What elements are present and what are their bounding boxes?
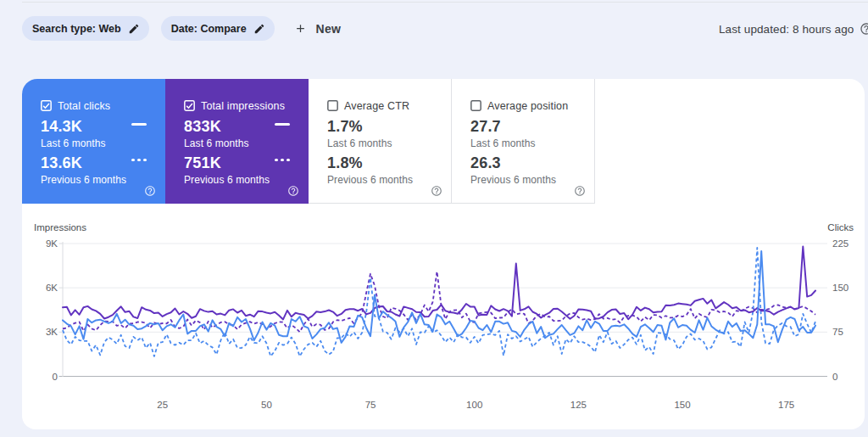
- metric-tile-average-ctr[interactable]: Average CTR 1.7% Last 6 months 1.8% Prev…: [309, 79, 452, 204]
- plus-icon: [294, 22, 307, 35]
- metric-previous-period-label: Previous 6 months: [327, 174, 413, 186]
- help-icon[interactable]: [287, 185, 299, 197]
- metric-current-value: 1.7%: [327, 117, 363, 136]
- unchecked-checkbox-icon[interactable]: [470, 100, 481, 111]
- search-type-filter-chip[interactable]: Search type: Web: [22, 16, 149, 41]
- checked-checkbox-icon[interactable]: [184, 100, 195, 111]
- metric-previous-value: 751K: [184, 154, 221, 172]
- help-icon[interactable]: [431, 185, 442, 197]
- metric-previous-period-label: Previous 6 months: [184, 174, 270, 186]
- x-axis-tick-label: 125: [559, 399, 597, 411]
- performance-panel: Total clicks 14.3K Last 6 months 13.6K P…: [22, 79, 865, 429]
- last-updated-text: Last updated: 8 hours ago: [719, 23, 854, 36]
- metric-current-value: 27.7: [470, 117, 501, 136]
- help-icon[interactable]: [574, 185, 586, 197]
- metric-previous-period-label: Previous 6 months: [470, 174, 556, 186]
- chart-line-clicks-previous: [63, 248, 815, 356]
- dotted-line-legend-icon: [131, 159, 147, 161]
- right-axis-tick-label: 0: [832, 371, 865, 383]
- right-axis-tick-label: 75: [832, 326, 865, 338]
- filter-toolbar: Search type: Web Date: Compare New: [22, 16, 341, 41]
- right-axis-tick-label: 150: [832, 282, 865, 294]
- checked-checkbox-icon[interactable]: [41, 100, 52, 111]
- x-axis-tick-label: 175: [768, 399, 805, 411]
- edit-pencil-icon: [253, 23, 265, 35]
- metric-current-value: 833K: [184, 117, 221, 136]
- metric-previous-period-label: Previous 6 months: [41, 174, 126, 186]
- metric-tile-total-clicks[interactable]: Total clicks 14.3K Last 6 months 13.6K P…: [22, 79, 165, 204]
- metric-previous-value: 26.3: [470, 154, 501, 172]
- metric-previous-value: 1.8%: [327, 154, 363, 172]
- x-axis-tick-label: 25: [144, 399, 181, 411]
- metric-previous-value: 13.6K: [41, 154, 82, 172]
- edit-pencil-icon: [128, 23, 140, 35]
- metric-current-period-label: Last 6 months: [184, 137, 249, 149]
- header-divider: [22, 2, 868, 3]
- date-filter-label: Date: Compare: [171, 23, 247, 35]
- left-axis-tick-label: 0: [22, 371, 58, 383]
- help-icon[interactable]: [860, 22, 868, 36]
- right-axis-tick-label: 225: [832, 238, 865, 249]
- left-axis-title: Impressions: [34, 221, 86, 233]
- metric-current-period-label: Last 6 months: [327, 137, 392, 149]
- solid-line-legend-icon: [275, 123, 290, 126]
- dotted-line-legend-icon: [275, 159, 290, 161]
- chart-line-impressions-current: [63, 247, 815, 320]
- x-axis-tick-label: 50: [248, 399, 285, 411]
- metric-tile-label: Average position: [487, 100, 568, 112]
- last-updated-inner: Last updated: 8 hours ago: [719, 22, 868, 36]
- x-axis-tick-label: 100: [456, 399, 493, 411]
- metric-current-period-label: Last 6 months: [470, 137, 536, 149]
- left-axis-tick-label: 6K: [22, 282, 58, 294]
- metric-tile-average-position[interactable]: Average position 27.7 Last 6 months 26.3…: [452, 79, 595, 204]
- new-filter-button[interactable]: New: [294, 16, 341, 41]
- metric-tile-label: Total impressions: [201, 100, 285, 112]
- x-axis-tick-label: 75: [352, 399, 389, 411]
- unchecked-checkbox-icon[interactable]: [327, 100, 338, 111]
- metric-tile-label: Average CTR: [344, 100, 409, 112]
- metric-tiles-row: Total clicks 14.3K Last 6 months 13.6K P…: [22, 79, 865, 204]
- help-icon[interactable]: [144, 185, 156, 197]
- left-axis-tick-label: 3K: [22, 326, 58, 338]
- new-filter-label: New: [316, 22, 341, 36]
- chart-line-clicks-current: [63, 251, 815, 343]
- metric-tile-label: Total clicks: [58, 100, 110, 112]
- chart-line-impressions-previous: [63, 272, 815, 332]
- metric-current-value: 14.3K: [41, 117, 82, 136]
- search-console-performance-page: {"app":"Google Search Console \u2013 Sea…: [0, 0, 868, 437]
- x-axis-tick-label: 150: [664, 399, 701, 411]
- left-axis-tick-label: 9K: [22, 238, 58, 249]
- date-filter-chip[interactable]: Date: Compare: [161, 16, 275, 41]
- metric-current-period-label: Last 6 months: [41, 137, 106, 149]
- search-type-filter-label: Search type: Web: [32, 23, 121, 35]
- right-axis-title: Clicks: [827, 221, 854, 233]
- metric-tile-total-impressions[interactable]: Total impressions 833K Last 6 months 751…: [165, 79, 309, 204]
- solid-line-legend-icon: [131, 123, 147, 126]
